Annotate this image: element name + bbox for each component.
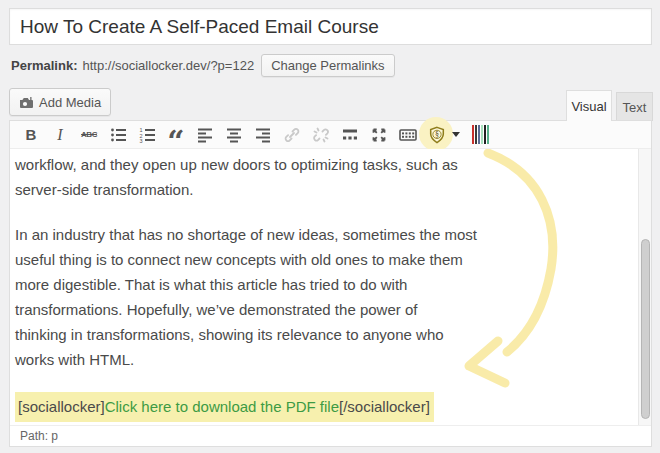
align-left-button[interactable]: [196, 126, 214, 144]
editor-toolbar: B I ABC 123: [10, 121, 651, 149]
editor-scrollbar-thumb[interactable]: [641, 239, 650, 419]
shortcode-close-tag: [/sociallocker]: [339, 398, 430, 415]
content-paragraph-2: In an industry that has no shortage of n…: [15, 222, 575, 372]
italic-button[interactable]: I: [51, 126, 69, 144]
blockquote-button[interactable]: [167, 126, 185, 144]
shortcode-highlight: [sociallocker]Click here to download the…: [15, 392, 434, 422]
post-title-input[interactable]: [9, 8, 652, 45]
bullet-list-button[interactable]: [109, 126, 127, 144]
svg-text:3: 3: [139, 138, 142, 143]
sociallocker-shield-button[interactable]: §: [428, 125, 460, 145]
bold-button[interactable]: B: [22, 126, 40, 144]
align-right-button[interactable]: [254, 126, 272, 144]
editor-scrollbar-track[interactable]: [638, 149, 651, 425]
change-permalinks-button[interactable]: Change Permalinks: [261, 54, 394, 77]
content-paragraph-1: workflow, and they open up new doors to …: [15, 152, 575, 202]
svg-text:§: §: [435, 130, 439, 139]
editor-status-bar: Path: p: [10, 425, 651, 446]
insert-link-button[interactable]: [283, 126, 301, 144]
tab-text[interactable]: Text: [616, 92, 653, 121]
wordpress-post-editor: Permalink: http://sociallocker.dev/?p=12…: [0, 0, 660, 453]
add-media-label: Add Media: [39, 95, 101, 110]
toolbar-toggle-button[interactable]: [399, 126, 417, 144]
more-tag-button[interactable]: [341, 126, 359, 144]
unlink-button[interactable]: [312, 126, 330, 144]
shortcode-download-link[interactable]: Click here to download the PDF file: [105, 398, 339, 415]
permalink-row: Permalink: http://sociallocker.dev/?p=12…: [11, 52, 395, 78]
shortcodes-barcode-button[interactable]: [471, 126, 489, 144]
editor-content-area[interactable]: workflow, and they open up new doors to …: [10, 149, 651, 425]
shortcode-open-tag: [sociallocker]: [18, 398, 105, 415]
shortcode-line: [sociallocker]Click here to download the…: [15, 392, 631, 422]
add-media-button[interactable]: Add Media: [9, 88, 111, 116]
strikethrough-button[interactable]: ABC: [80, 126, 98, 144]
barcode-icon: [472, 125, 489, 144]
permalink-label: Permalink:: [11, 58, 77, 73]
permalink-url: http://sociallocker.dev/?p=122: [82, 58, 254, 73]
tab-visual[interactable]: Visual: [566, 90, 612, 121]
media-camera-icon: [19, 96, 34, 109]
numbered-list-button[interactable]: 123: [138, 126, 156, 144]
editor-frame: B I ABC 123: [9, 120, 652, 447]
shield-dropdown-caret-icon[interactable]: [452, 132, 460, 137]
path-indicator: Path: p: [20, 429, 58, 443]
shield-icon: §: [428, 125, 446, 145]
align-center-button[interactable]: [225, 126, 243, 144]
fullscreen-button[interactable]: [370, 126, 388, 144]
